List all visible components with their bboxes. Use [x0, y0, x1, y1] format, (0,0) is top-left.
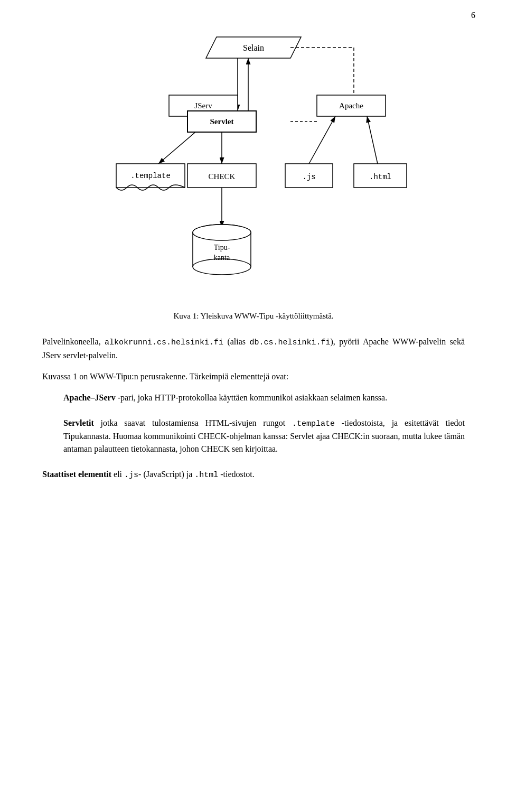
paragraph-staattiset: Staattiset elementit eli .js- (JavaScrip…	[42, 468, 465, 482]
architecture-diagram: Selain JServ Apache Servlet .template	[74, 21, 433, 296]
svg-line-12	[158, 132, 195, 164]
paragraph-servletit: Servletit jotka saavat tulostamiensa HTM…	[63, 417, 465, 456]
diagram-container: Selain JServ Apache Servlet .template	[42, 21, 465, 296]
inline-code-html: .html	[194, 471, 218, 480]
jserv-label: JServ	[194, 101, 212, 110]
inline-code-js: .js	[124, 471, 138, 480]
inline-code-alkokrunni: alkokrunni.cs.helsinki.fi	[105, 338, 223, 347]
page-number: 6	[471, 11, 475, 20]
apache-label: Apache	[339, 101, 363, 110]
term-apache-jserv: Apache–JServ	[63, 393, 116, 402]
html-label: .html	[369, 173, 391, 181]
term-staattiset: Staattiset elementit	[42, 470, 111, 479]
tipu-line2: kanta	[214, 254, 230, 262]
tipu-line1: Tipu-	[214, 244, 230, 251]
paragraph-1: Palvelinkoneella, alkokrunni.cs.helsinki…	[42, 335, 465, 362]
figure-caption: Kuva 1: Yleiskuva WWW-Tipu -käyttöliitty…	[42, 312, 465, 321]
svg-line-18	[309, 116, 335, 164]
check-label: CHECK	[209, 172, 236, 181]
svg-point-26	[193, 225, 251, 240]
servlet-label: Servlet	[210, 117, 234, 126]
inline-code-template: .template	[292, 419, 335, 428]
template-label: .template	[130, 172, 171, 180]
inline-code-db: db.cs.helsinki.fi	[249, 338, 330, 347]
paragraph-2: Kuvassa 1 on WWW-Tipu:n perusrakenne. Tä…	[42, 370, 465, 383]
js-label: .js	[302, 173, 315, 181]
selain-label: Selain	[243, 43, 264, 52]
term-servletit: Servletit	[63, 418, 94, 427]
svg-line-19	[367, 116, 378, 164]
paragraph-apache-jserv: Apache–JServ -pari, joka HTTP-protokolla…	[63, 391, 465, 404]
